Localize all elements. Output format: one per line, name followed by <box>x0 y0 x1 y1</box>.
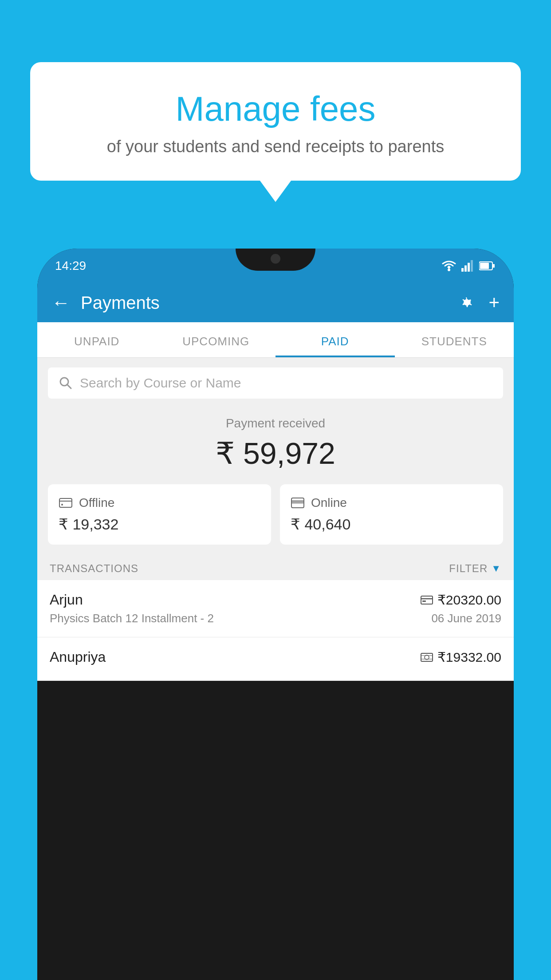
transaction-amount: ₹20320.00 <box>437 592 501 608</box>
offline-label: Offline <box>79 496 114 510</box>
back-button[interactable]: ← <box>51 292 70 313</box>
svg-rect-18 <box>422 601 426 602</box>
svg-rect-6 <box>480 263 489 269</box>
svg-rect-4 <box>471 260 473 272</box>
transaction-course: Physics Batch 12 Installment - 2 <box>50 612 214 625</box>
transactions-header: TRANSACTIONS FILTER ▼ <box>37 555 514 580</box>
speech-bubble-subtitle: of your students and send receipts to pa… <box>57 137 494 156</box>
status-time: 14:29 <box>55 259 86 273</box>
svg-point-0 <box>448 269 450 271</box>
transaction-name: Arjun <box>50 592 83 608</box>
svg-rect-2 <box>464 265 467 272</box>
status-icons <box>441 260 496 272</box>
transaction-name: Anupriya <box>50 649 106 665</box>
svg-rect-3 <box>468 263 470 272</box>
speech-bubble-title: Manage fees <box>57 89 494 129</box>
filter-text: FILTER <box>449 562 488 575</box>
online-amount: ₹ 40,640 <box>291 515 492 533</box>
filter-button[interactable]: FILTER ▼ <box>449 562 501 575</box>
svg-rect-10 <box>59 498 72 507</box>
transaction-amount: ₹19332.00 <box>437 649 501 665</box>
offline-card: Offline ₹ 19,332 <box>48 484 271 545</box>
tab-paid[interactable]: PAID <box>276 322 395 357</box>
header-icons: + <box>457 292 500 313</box>
svg-rect-7 <box>493 264 495 268</box>
payment-total-amount: ₹ 59,972 <box>48 436 503 471</box>
tab-students[interactable]: STUDENTS <box>395 322 514 357</box>
battery-icon <box>479 261 496 271</box>
online-label: Online <box>311 496 347 510</box>
search-input[interactable]: Search by Course or Name <box>80 375 241 391</box>
phone-container: 14:29 <box>37 249 514 980</box>
online-card-header: Online <box>291 496 492 510</box>
card-payment-icon <box>421 595 433 605</box>
transactions-label: TRANSACTIONS <box>50 562 138 575</box>
transaction-amount-row: ₹20320.00 <box>421 592 501 608</box>
settings-icon[interactable] <box>457 293 476 312</box>
cash-payment-icon <box>421 652 433 662</box>
transaction-item[interactable]: Arjun ₹20320.00 Physics Batch 12 Install… <box>37 580 514 637</box>
signal-icon <box>461 260 475 272</box>
tab-unpaid[interactable]: UNPAID <box>37 322 157 357</box>
add-button[interactable]: + <box>488 292 500 313</box>
speech-bubble-container: Manage fees of your students and send re… <box>30 62 521 181</box>
tab-upcoming[interactable]: UPCOMING <box>157 322 276 357</box>
svg-rect-1 <box>461 268 464 272</box>
phone-content: Search by Course or Name Payment receive… <box>37 358 514 681</box>
search-icon <box>59 376 73 390</box>
offline-icon <box>59 497 73 509</box>
payment-received-label: Payment received <box>48 416 503 431</box>
transaction-row-1: Anupriya ₹19332.00 <box>50 649 501 665</box>
offline-amount: ₹ 19,332 <box>59 515 260 533</box>
transaction-item[interactable]: Anupriya ₹19332.00 <box>37 637 514 681</box>
app-header: ← Payments + <box>37 283 514 322</box>
svg-line-9 <box>67 384 71 388</box>
search-bar[interactable]: Search by Course or Name <box>48 368 503 399</box>
phone-notch <box>236 249 315 271</box>
svg-rect-16 <box>421 596 433 604</box>
filter-icon: ▼ <box>491 563 501 574</box>
online-icon <box>291 497 305 509</box>
transaction-amount-row: ₹19332.00 <box>421 649 501 665</box>
camera <box>271 254 280 264</box>
payment-received-section: Payment received ₹ 59,972 <box>37 399 514 484</box>
transaction-row-1: Arjun ₹20320.00 <box>50 592 501 608</box>
online-card: Online ₹ 40,640 <box>280 484 503 545</box>
offline-card-header: Offline <box>59 496 260 510</box>
speech-bubble: Manage fees of your students and send re… <box>30 62 521 181</box>
svg-rect-19 <box>421 653 433 661</box>
transaction-date: 06 June 2019 <box>431 612 501 625</box>
wifi-icon <box>441 260 457 272</box>
phone-frame: 14:29 <box>37 249 514 980</box>
header-title: Payments <box>81 293 457 313</box>
transaction-row-2: Physics Batch 12 Installment - 2 06 June… <box>50 612 501 625</box>
tabs-container: UNPAID UPCOMING PAID STUDENTS <box>37 322 514 358</box>
svg-point-12 <box>61 504 63 506</box>
payment-cards-row: Offline ₹ 19,332 Online ₹ 40,640 <box>37 484 514 555</box>
